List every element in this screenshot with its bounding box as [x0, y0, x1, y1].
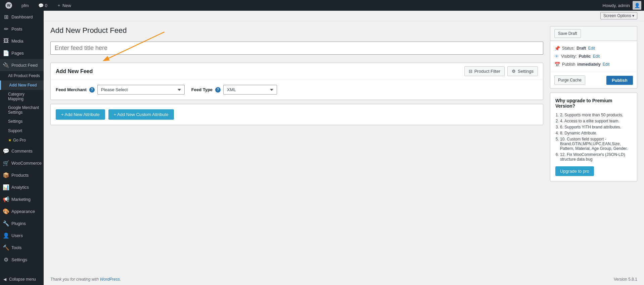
marketing-icon: 📢 [3, 196, 9, 202]
product-filter-button[interactable]: ⊟ Product Filter [464, 66, 505, 76]
premium-list-item-1: Supports more than 50 products. [560, 112, 632, 118]
attributes-section: + Add New Attribute + Add New Custom Att… [50, 104, 543, 125]
sidebar-label-product-feed: Product Feed [11, 63, 38, 68]
sidebar-item-media[interactable]: 🖼 Media [0, 35, 44, 47]
feed-type-select[interactable]: XML CSV TSV XLS [223, 85, 277, 95]
sidebar-item-settings[interactable]: ⚙ Settings [0, 253, 44, 266]
sidebar-label-analytics: Analytics [11, 185, 29, 190]
admin-avatar[interactable]: 👤 [633, 1, 641, 10]
eye-icon: 👁 [554, 54, 559, 59]
submenu-item-go-pro[interactable]: ★ Go Pro [0, 135, 44, 145]
sidebar-label-plugins: Plugins [11, 221, 26, 226]
admin-bar-left: W pfm 💬 0 ＋ New [3, 0, 601, 11]
comments-icon: 💬 [3, 148, 9, 154]
feed-merchant-select-wrapper: Please Select Google Shopping Facebook B… [97, 85, 185, 95]
sidebar-label-settings: Settings [11, 257, 27, 262]
sidebar-item-product-feed[interactable]: 🔌 Product Feed [0, 59, 44, 71]
comment-count: 0 [45, 3, 47, 8]
admin-bar-site[interactable]: pfm [19, 0, 32, 11]
submenu-item-settings[interactable]: Settings [0, 117, 44, 126]
feed-section-header: Add New Feed ⊟ Product Filter ⚙ Settings [51, 63, 543, 80]
add-new-custom-attribute-button[interactable]: + Add New Custom Attribute [108, 109, 174, 120]
admin-bar-new[interactable]: ＋ New [54, 0, 74, 11]
screen-options-button[interactable]: Screen Options ▾ [600, 12, 637, 19]
settings-button[interactable]: ⚙ Settings [507, 66, 538, 76]
submenu-item-all-product-feeds[interactable]: All Product Feeds [0, 71, 44, 80]
sidebar-label-tools: Tools [11, 245, 21, 250]
feed-merchant-help-icon[interactable]: ? [89, 87, 95, 93]
status-edit-link[interactable]: Edit [588, 46, 595, 51]
page-title: Add New Product Feed [50, 26, 543, 35]
collapse-menu[interactable]: ◀ Collapse menu [0, 274, 44, 285]
feed-type-group: Feed Type ? XML CSV TSV XLS [191, 85, 277, 95]
sidebar-item-tools[interactable]: 🔨 Tools [0, 241, 44, 253]
wordpress-link[interactable]: WordPress [100, 277, 120, 282]
status-label: Status: [562, 46, 574, 51]
premium-list-item-5: Custom field support - Brand,GTIN,MPN,UP… [560, 136, 632, 152]
sidebar-item-plugins[interactable]: 🔧 Plugins [0, 217, 44, 229]
sidebar: ⊞ Dashboard ✏ Posts 🖼 Media 📄 Pages 🔌 Pr… [0, 11, 44, 285]
publish-edit-link[interactable]: Edit [603, 62, 610, 67]
sidebar-label-woocommerce: WooCommerce [11, 161, 42, 166]
publish-box-footer: Purge Cache Publish [550, 72, 637, 88]
feed-title-input[interactable] [50, 42, 543, 55]
feed-type-label: Feed Type [191, 87, 213, 92]
sidebar-label-dashboard: Dashboard [11, 14, 33, 19]
submenu-item-google-merchant-settings[interactable]: Google Merchant Settings [0, 103, 44, 117]
add-new-attribute-button[interactable]: + Add New Attribute [56, 109, 105, 120]
sidebar-item-pages[interactable]: 📄 Pages [0, 47, 44, 59]
plus-icon: ＋ [57, 2, 61, 8]
status-value: Draft [577, 46, 586, 51]
calendar-icon: 📅 [554, 62, 560, 67]
submenu-item-support[interactable]: Support [0, 126, 44, 135]
feed-type-select-wrapper: XML CSV TSV XLS [223, 85, 277, 95]
feed-merchant-select[interactable]: Please Select Google Shopping Facebook B… [97, 85, 185, 95]
sidebar-item-dashboard[interactable]: ⊞ Dashboard [0, 11, 44, 23]
publish-button[interactable]: Publish [606, 76, 633, 85]
sidebar-item-products[interactable]: 📦 Products [0, 169, 44, 181]
support-label: Support [8, 128, 22, 133]
purge-cache-button[interactable]: Purge Cache [554, 75, 585, 85]
collapse-icon: ◀ [3, 277, 6, 282]
sidebar-label-users: Users [11, 233, 23, 238]
all-product-feeds-label: All Product Feeds [8, 73, 40, 78]
users-icon: 👤 [3, 233, 9, 238]
feed-section-actions: ⊟ Product Filter ⚙ Settings [464, 66, 538, 76]
sidebar-item-appearance[interactable]: 🎨 Appearance [0, 205, 44, 217]
save-draft-button[interactable]: Save Draft [554, 29, 581, 38]
feed-merchant-row: Feed Merchant ? Please Select Google Sho… [51, 80, 543, 100]
sidebar-item-posts[interactable]: ✏ Posts [0, 23, 44, 35]
premium-list-item-4: Dynamic Attribute. [560, 130, 632, 136]
howdy-text: Howdy, admin [603, 3, 630, 8]
right-column: Save Draft 📌 Status: Draft Edit 👁 Visibi… [550, 26, 637, 269]
premium-list: Supports more than 50 products. Access t… [555, 112, 632, 162]
main-layout: ⊞ Dashboard ✏ Posts 🖼 Media 📄 Pages 🔌 Pr… [0, 11, 644, 285]
feed-section-title: Add New Feed [56, 68, 93, 74]
star-icon: ★ [8, 138, 12, 142]
posts-icon: ✏ [3, 26, 9, 32]
sidebar-item-woocommerce[interactable]: 🛒 WooCommerce [0, 157, 44, 169]
admin-bar-right: Howdy, admin 👤 [603, 1, 641, 10]
sidebar-item-analytics[interactable]: 📊 Analytics [0, 181, 44, 193]
feed-type-help-icon[interactable]: ? [215, 87, 221, 93]
collapse-label: Collapse menu [9, 277, 36, 282]
sidebar-item-users[interactable]: 👤 Users [0, 229, 44, 241]
publish-box-body: 📌 Status: Draft Edit 👁 Visibility: Publi… [550, 41, 637, 72]
pages-icon: 📄 [3, 50, 9, 56]
feed-section: Add New Feed ⊟ Product Filter ⚙ Settings [50, 63, 543, 100]
sidebar-item-comments[interactable]: 💬 Comments [0, 145, 44, 157]
visibility-edit-link[interactable]: Edit [593, 54, 600, 59]
sidebar-item-marketing[interactable]: 📢 Marketing [0, 193, 44, 205]
settings-icon: ⚙ [3, 257, 9, 262]
premium-title: Why upgrade to Premium Version? [555, 98, 632, 109]
submenu-item-add-new-feed[interactable]: Add New Feed [0, 80, 44, 90]
footer-left: Thank you for creating with WordPress. [50, 277, 121, 282]
footer: Thank you for creating with WordPress. V… [44, 274, 644, 285]
admin-bar-comments[interactable]: 💬 0 [36, 0, 50, 11]
admin-bar-logo-item[interactable]: W [3, 0, 15, 11]
footer-thank-you: Thank you for creating with [50, 277, 99, 282]
settings-label: Settings [8, 119, 22, 124]
tools-icon: 🔨 [3, 245, 9, 250]
submenu-item-category-mapping[interactable]: Category Mapping [0, 90, 44, 103]
upgrade-to-pro-button[interactable]: Upgrade to pro [555, 166, 594, 176]
